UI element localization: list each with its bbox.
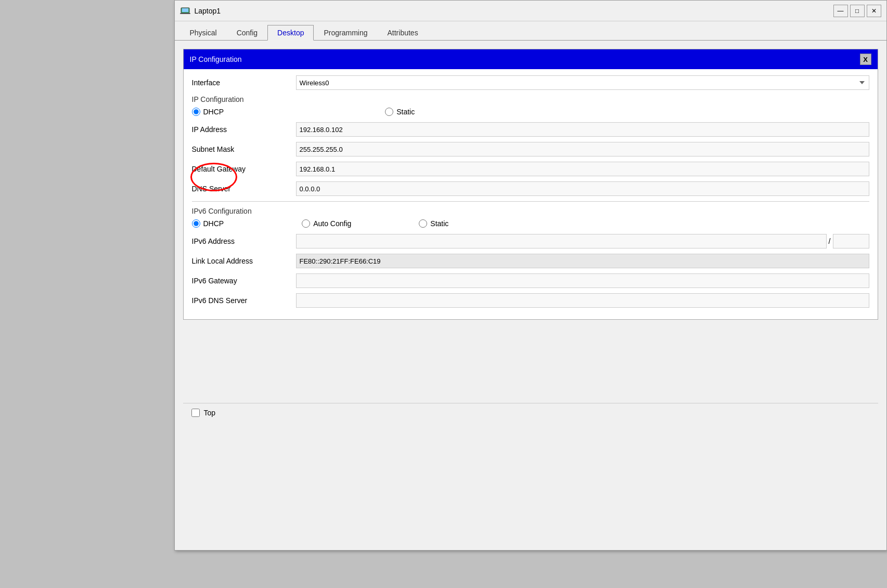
ipv6-dns-label: IPv6 DNS Server: [192, 296, 296, 305]
title-bar: Laptop1 — □ ✕: [175, 1, 886, 21]
svg-rect-1: [180, 13, 190, 14]
ipv6-dns-row: IPv6 DNS Server: [192, 293, 869, 308]
dns-server-label: DNS Server: [192, 185, 296, 193]
svg-rect-2: [182, 8, 188, 12]
ipv6-gateway-row: IPv6 Gateway: [192, 273, 869, 288]
subnet-mask-input[interactable]: [296, 142, 869, 156]
tab-config[interactable]: Config: [227, 25, 267, 41]
top-checkbox[interactable]: [191, 409, 200, 417]
ipv6-static-label: Static: [430, 219, 448, 228]
tab-desktop[interactable]: Desktop: [267, 25, 314, 41]
ip-config-close-button[interactable]: X: [860, 54, 871, 65]
ipv6-slash: /: [829, 237, 831, 245]
ipv6-static-radio-label[interactable]: Static: [419, 219, 448, 228]
ipv4-radio-row: DHCP Static: [192, 108, 869, 116]
ipv6-addr-container: /: [296, 234, 869, 249]
tab-attributes[interactable]: Attributes: [378, 25, 428, 41]
window-close-button[interactable]: ✕: [867, 5, 881, 17]
ip-config-header: IP Configuration X: [184, 49, 878, 69]
ip-address-row: IP Address: [192, 122, 869, 137]
link-local-input[interactable]: [296, 254, 869, 268]
dhcp-radio[interactable]: [192, 108, 200, 116]
static-radio-label[interactable]: Static: [385, 108, 415, 116]
subnet-mask-label: Subnet Mask: [192, 145, 296, 153]
ipv6-auto-radio-label[interactable]: Auto Config: [302, 219, 351, 228]
default-gateway-label: Default Gateway: [192, 165, 296, 173]
ipv6-address-input[interactable]: [296, 234, 827, 249]
ipv6-auto-radio[interactable]: [302, 219, 310, 228]
ipv4-section-title: IP Configuration: [192, 95, 869, 103]
dns-server-input[interactable]: [296, 181, 869, 196]
interface-label: Interface: [192, 79, 296, 87]
dns-server-row: DNS Server: [192, 181, 869, 196]
window-controls: — □ ✕: [833, 5, 881, 17]
maximize-button[interactable]: □: [850, 5, 865, 17]
interface-row: Interface Wireless0: [192, 75, 869, 90]
ipv6-gateway-input[interactable]: [296, 273, 869, 288]
link-local-row: Link Local Address: [192, 254, 869, 268]
link-local-label: Link Local Address: [192, 257, 296, 265]
ipv6-dhcp-label: DHCP: [203, 219, 224, 228]
ipv4-section: IP Configuration DHCP Static: [192, 95, 869, 196]
ipv6-section-title: IPv6 Configuration: [192, 207, 869, 215]
interface-select[interactable]: Wireless0: [296, 75, 869, 90]
ip-address-input[interactable]: [296, 122, 869, 137]
top-label: Top: [204, 409, 216, 417]
default-gateway-row: Default Gateway: [192, 162, 869, 176]
minimize-button[interactable]: —: [833, 5, 848, 17]
ip-config-title: IP Configuration: [190, 55, 242, 63]
laptop-icon: [180, 6, 190, 16]
content-area: IP Configuration X Interface Wireless0 I…: [175, 41, 886, 550]
ip-address-label: IP Address: [192, 125, 296, 134]
tab-programming[interactable]: Programming: [314, 25, 377, 41]
ip-config-body: Interface Wireless0 IP Configuration DHC…: [184, 69, 878, 319]
static-label: Static: [396, 108, 415, 116]
dhcp-label: DHCP: [203, 108, 224, 116]
default-gateway-input[interactable]: [296, 162, 869, 176]
ipv6-dns-input[interactable]: [296, 293, 869, 308]
ipv6-dhcp-radio[interactable]: [192, 219, 200, 228]
ipv6-static-radio[interactable]: [419, 219, 427, 228]
tab-bar: Physical Config Desktop Programming Attr…: [175, 21, 886, 41]
ipv6-address-label: IPv6 Address: [192, 237, 296, 245]
ipv6-dhcp-radio-label[interactable]: DHCP: [192, 219, 224, 228]
bottom-bar: Top: [183, 403, 878, 422]
ipv6-prefix-input[interactable]: [833, 234, 869, 249]
ipv6-radio-row: DHCP Auto Config Static: [192, 219, 869, 228]
ipv6-section: IPv6 Configuration DHCP Auto Config: [192, 207, 869, 308]
window-title: Laptop1: [195, 7, 221, 15]
dhcp-radio-label[interactable]: DHCP: [192, 108, 224, 116]
tab-physical[interactable]: Physical: [180, 25, 227, 41]
ipv6-auto-label: Auto Config: [313, 219, 351, 228]
ipv6-gateway-label: IPv6 Gateway: [192, 277, 296, 285]
static-radio[interactable]: [385, 108, 393, 116]
ipv6-address-row: IPv6 Address /: [192, 234, 869, 249]
ip-config-panel: IP Configuration X Interface Wireless0 I…: [183, 49, 878, 320]
separator: [192, 201, 869, 202]
subnet-mask-row: Subnet Mask: [192, 142, 869, 156]
